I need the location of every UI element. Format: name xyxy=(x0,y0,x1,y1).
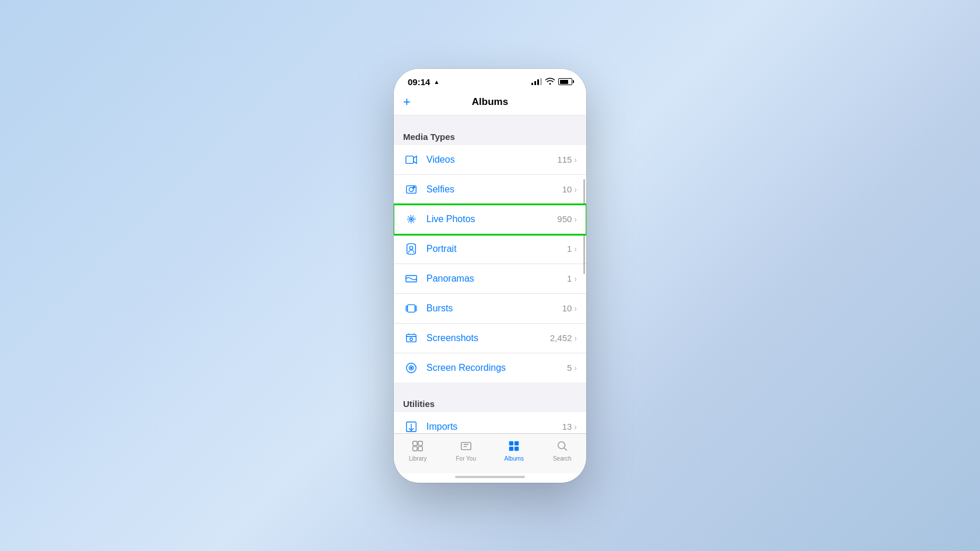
svg-rect-29 xyxy=(514,441,519,445)
live-photos-count: 950 xyxy=(557,214,572,224)
bursts-label: Bursts xyxy=(426,303,562,314)
utilities-header: Utilities xyxy=(394,399,586,412)
portrait-label: Portrait xyxy=(426,244,567,254)
list-item-panoramas[interactable]: Panoramas 1 › xyxy=(394,264,586,294)
status-icons xyxy=(531,78,572,86)
media-types-list: Videos 115 › Selfies 10 › xyxy=(394,145,586,382)
panoramas-label: Panoramas xyxy=(426,273,567,284)
screenshots-count: 2,452 xyxy=(550,333,572,343)
for-you-tab-label: For You xyxy=(456,455,476,462)
media-types-header: Media Types xyxy=(394,132,586,145)
svg-point-7 xyxy=(410,246,413,250)
portrait-count: 1 xyxy=(567,244,572,254)
home-indicator xyxy=(394,473,586,483)
panorama-icon xyxy=(403,271,419,287)
videos-chevron: › xyxy=(574,155,577,164)
list-item-screenshots[interactable]: Screenshots 2,452 › xyxy=(394,324,586,353)
screen-recordings-count: 5 xyxy=(567,363,572,373)
svg-rect-25 xyxy=(413,446,417,450)
utilities-section: Utilities Imports 13 › xyxy=(394,399,586,433)
svg-point-2 xyxy=(409,187,413,191)
svg-rect-27 xyxy=(461,442,471,450)
tab-for-you[interactable]: For You xyxy=(442,438,491,462)
list-item-bursts[interactable]: Bursts 10 › xyxy=(394,294,586,324)
imports-label: Imports xyxy=(426,422,562,432)
portrait-chevron: › xyxy=(574,244,577,254)
list-item-screen-recordings[interactable]: Screen Recordings 5 › xyxy=(394,353,586,382)
utilities-list: Imports 13 › Duplicates 51 › xyxy=(394,412,586,433)
bursts-chevron: › xyxy=(574,304,577,313)
phone-frame: 09:14 ▲ + Albums xyxy=(394,69,586,483)
page-title: Albums xyxy=(472,96,508,108)
screenshots-chevron: › xyxy=(574,334,577,343)
svg-rect-23 xyxy=(413,441,417,445)
tab-library[interactable]: Library xyxy=(394,438,442,462)
media-types-section: Media Types Videos 115 › xyxy=(394,132,586,382)
add-button[interactable]: + xyxy=(403,96,411,108)
signal-icon xyxy=(531,78,542,85)
live-photos-icon xyxy=(403,211,419,227)
panoramas-chevron: › xyxy=(574,274,577,283)
svg-point-13 xyxy=(410,338,413,341)
tab-search[interactable]: Search xyxy=(538,438,587,462)
list-item-live-photos[interactable]: Live Photos 950 › xyxy=(394,205,586,234)
svg-point-16 xyxy=(411,367,412,368)
tab-albums[interactable]: Albums xyxy=(490,438,538,462)
screen-recordings-label: Screen Recordings xyxy=(426,363,567,373)
list-item-videos[interactable]: Videos 115 › xyxy=(394,145,586,175)
wifi-icon xyxy=(545,78,555,86)
svg-point-3 xyxy=(413,186,415,188)
live-photos-label: Live Photos xyxy=(426,214,557,224)
svg-rect-9 xyxy=(408,304,415,312)
list-item-portrait[interactable]: Portrait 1 › xyxy=(394,234,586,264)
content-scroll[interactable]: Media Types Videos 115 › xyxy=(394,115,586,433)
albums-tab-label: Albums xyxy=(505,455,524,462)
svg-rect-24 xyxy=(418,441,422,445)
search-tab-label: Search xyxy=(553,455,572,462)
svg-rect-28 xyxy=(509,441,513,445)
library-tab-label: Library xyxy=(409,455,427,462)
imports-count: 13 xyxy=(562,422,572,431)
videos-count: 115 xyxy=(557,155,572,164)
list-item-selfies[interactable]: Selfies 10 › xyxy=(394,175,586,205)
imports-icon xyxy=(403,419,419,433)
selfie-icon xyxy=(403,181,419,198)
video-icon xyxy=(403,152,419,168)
screenshot-icon xyxy=(403,330,419,346)
screenshots-label: Screenshots xyxy=(426,333,550,343)
svg-rect-11 xyxy=(415,306,416,311)
selfies-count: 10 xyxy=(562,184,572,194)
status-time: 09:14 ▲ xyxy=(408,77,439,87)
live-photos-chevron: › xyxy=(574,215,577,224)
svg-rect-10 xyxy=(406,306,407,311)
selfies-label: Selfies xyxy=(426,184,562,195)
svg-point-6 xyxy=(411,218,412,220)
albums-tab-icon xyxy=(506,438,522,454)
battery-icon xyxy=(558,78,572,85)
screen-recording-icon xyxy=(403,360,419,376)
nav-header: + Albums xyxy=(394,92,586,115)
for-you-tab-icon xyxy=(459,438,474,454)
bursts-count: 10 xyxy=(562,303,572,313)
svg-rect-26 xyxy=(418,446,422,450)
svg-rect-30 xyxy=(509,446,513,450)
tab-bar: Library For You Albums xyxy=(394,433,586,473)
svg-rect-31 xyxy=(514,446,519,450)
burst-icon xyxy=(403,300,419,317)
panoramas-count: 1 xyxy=(567,273,572,283)
videos-label: Videos xyxy=(426,155,557,165)
location-icon: ▲ xyxy=(433,79,439,85)
status-bar: 09:14 ▲ xyxy=(394,69,586,92)
screen-recordings-chevron: › xyxy=(574,363,577,373)
search-tab-icon xyxy=(555,438,570,454)
selfies-chevron: › xyxy=(574,185,577,194)
list-item-imports[interactable]: Imports 13 › xyxy=(394,412,586,433)
library-tab-icon xyxy=(410,438,425,454)
svg-rect-0 xyxy=(406,156,414,163)
portrait-icon xyxy=(403,241,419,257)
home-bar xyxy=(455,476,525,478)
imports-chevron: › xyxy=(574,422,577,431)
